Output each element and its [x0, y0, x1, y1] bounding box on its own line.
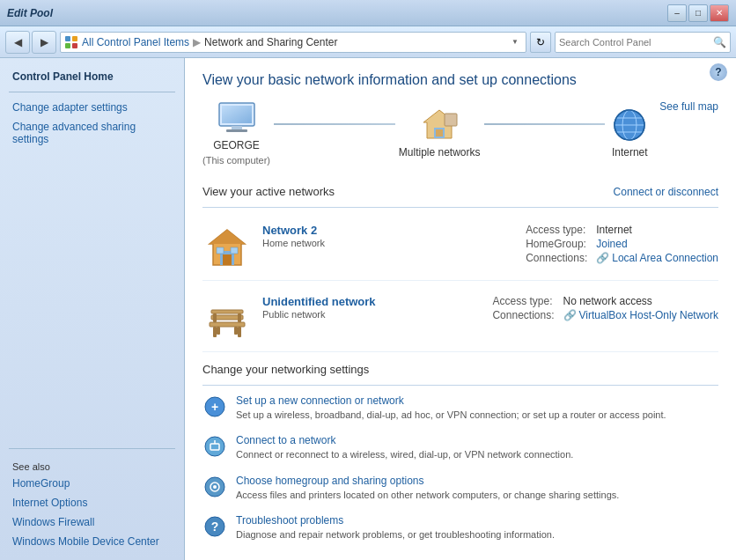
svg-rect-22: [223, 254, 232, 265]
svg-text:+: +: [211, 400, 218, 414]
network2-connections-value[interactable]: 🔗VirtualBox Host-Only Network: [563, 309, 719, 321]
search-icon[interactable]: 🔍: [713, 36, 726, 48]
nav-buttons: ◀ ▶: [5, 31, 56, 54]
settings-header-label: Change your networking settings: [202, 363, 369, 376]
map-computer: GEORGE (This computer): [202, 100, 270, 166]
network-map-inner: GEORGE (This computer): [202, 100, 651, 166]
network2-icon-wrap: [202, 295, 252, 344]
svg-rect-8: [222, 106, 252, 123]
help-icon[interactable]: ?: [710, 63, 727, 81]
svg-rect-27: [213, 327, 217, 337]
setting2-desc: Connect or reconnect to a wireless, wire…: [236, 448, 718, 461]
content-area: ? View your basic network information an…: [185, 58, 736, 560]
setting3-title[interactable]: Choose homegroup and sharing options: [236, 475, 718, 487]
setting1-content: Set up a new connection or network Set u…: [236, 394, 718, 422]
breadcrumb-root[interactable]: All Control Panel Items: [82, 36, 189, 48]
setting-item-4: ? Troubleshoot problems Diagnose and rep…: [202, 514, 718, 542]
map-internet: Internet: [608, 107, 651, 158]
setting2-content: Connect to a network Connect or reconnec…: [236, 434, 718, 461]
network1-type: Home network: [262, 238, 508, 248]
svg-rect-6: [232, 126, 242, 129]
svg-rect-11: [436, 129, 443, 136]
svg-rect-7: [226, 129, 247, 132]
network1-access-value: Internet: [596, 224, 718, 236]
network1-name[interactable]: Network 2: [262, 224, 508, 237]
title-bar: Edit Pool – □ ✕: [0, 0, 736, 26]
network2-details: Access type: No network access Connectio…: [492, 295, 718, 321]
network-map: GEORGE (This computer): [202, 100, 718, 174]
maximize-button[interactable]: □: [688, 4, 708, 22]
svg-rect-30: [234, 327, 238, 335]
breadcrumb: All Control Panel Items ▶ Network and Sh…: [82, 36, 504, 48]
title-bar-text: Edit Pool: [7, 7, 667, 19]
sidebar-advanced-sharing[interactable]: Change advanced sharing settings: [0, 117, 184, 149]
network1-homegroup-value[interactable]: Joined: [596, 238, 718, 250]
see-full-map-link[interactable]: See full map: [659, 100, 718, 113]
network1-info: Network 2 Home network: [262, 224, 508, 248]
address-bar-input[interactable]: All Control Panel Items ▶ Network and Sh…: [60, 32, 526, 53]
svg-rect-32: [213, 313, 217, 322]
sidebar-internet-options[interactable]: Internet Options: [0, 493, 184, 512]
see-also-label: See also: [0, 454, 184, 474]
sidebar: Control Panel Home Change adapter settin…: [0, 58, 185, 560]
svg-text:?: ?: [211, 519, 219, 534]
network2-access-label: Access type:: [492, 295, 554, 307]
svg-point-36: [205, 437, 224, 456]
setting4-desc: Diagnose and repair network problems, or…: [236, 528, 718, 542]
address-dropdown[interactable]: ▼: [508, 38, 522, 46]
setting4-content: Troubleshoot problems Diagnose and repai…: [236, 514, 718, 542]
network2-type: Public network: [262, 309, 475, 320]
sidebar-homegroup[interactable]: HomeGroup: [0, 474, 184, 493]
network1-homegroup-label: HomeGroup:: [526, 238, 587, 250]
sidebar-adapter-settings[interactable]: Change adapter settings: [0, 98, 184, 117]
connect-disconnect-link[interactable]: Connect or disconnect: [614, 186, 718, 198]
main-layout: Control Panel Home Change adapter settin…: [0, 58, 736, 560]
network1-connections-value[interactable]: 🔗Local Area Connection: [596, 252, 718, 264]
title-bar-buttons: – □ ✕: [667, 4, 729, 22]
control-panel-icon: [64, 35, 78, 49]
svg-rect-31: [211, 310, 243, 313]
network-item-2: Unidentified network Public network Acce…: [202, 288, 718, 352]
section-divider-settings: [202, 385, 718, 386]
close-button[interactable]: ✕: [710, 4, 729, 22]
multiple-networks-label: Multiple networks: [399, 146, 481, 158]
computer-sublabel: (This computer): [202, 155, 270, 166]
sidebar-windows-firewall[interactable]: Windows Firewall: [0, 512, 184, 532]
setting2-icon: [202, 434, 227, 459]
back-button[interactable]: ◀: [5, 31, 30, 54]
setting-item-3: Choose homegroup and sharing options Acc…: [202, 475, 718, 502]
setting4-icon: ?: [202, 514, 227, 539]
setting2-title[interactable]: Connect to a network: [236, 434, 718, 446]
network1-details: Access type: Internet HomeGroup: Joined …: [526, 224, 718, 264]
svg-rect-29: [217, 327, 220, 335]
forward-button[interactable]: ▶: [32, 31, 56, 54]
setting1-title[interactable]: Set up a new connection or network: [236, 394, 718, 407]
map-multiple-networks: Multiple networks: [399, 107, 481, 158]
svg-rect-28: [238, 327, 241, 337]
svg-rect-2: [65, 43, 70, 48]
computer-label: GEORGE: [213, 139, 260, 151]
minimize-button[interactable]: –: [667, 4, 687, 22]
svg-marker-21: [210, 230, 245, 244]
map-line-2: [484, 123, 606, 125]
setting4-title[interactable]: Troubleshoot problems: [236, 514, 718, 527]
breadcrumb-separator: ▶: [193, 36, 201, 48]
active-networks-label: View your active networks: [202, 185, 335, 198]
sidebar-home-link[interactable]: Control Panel Home: [0, 67, 184, 86]
search-input[interactable]: [559, 37, 710, 48]
svg-rect-1: [72, 36, 77, 41]
breadcrumb-current: Network and Sharing Center: [204, 36, 337, 48]
network2-name[interactable]: Unidentified network: [262, 295, 475, 308]
network-item-1: Network 2 Home network Access type: Inte…: [202, 217, 718, 281]
settings-section: Change your networking settings + Set up…: [202, 363, 718, 542]
sidebar-windows-mobile[interactable]: Windows Mobile Device Center: [0, 532, 184, 551]
sidebar-divider-1: [9, 92, 175, 92]
search-box[interactable]: 🔍: [555, 32, 731, 53]
refresh-button[interactable]: ↻: [530, 32, 551, 53]
svg-rect-12: [445, 114, 457, 126]
active-networks-header: View your active networks Connect or dis…: [202, 185, 718, 198]
internet-label: Internet: [612, 146, 648, 158]
svg-rect-24: [231, 247, 238, 254]
network2-info: Unidentified network Public network: [262, 295, 475, 320]
address-bar: ◀ ▶ All Control Panel Items ▶ Network an…: [0, 26, 736, 58]
